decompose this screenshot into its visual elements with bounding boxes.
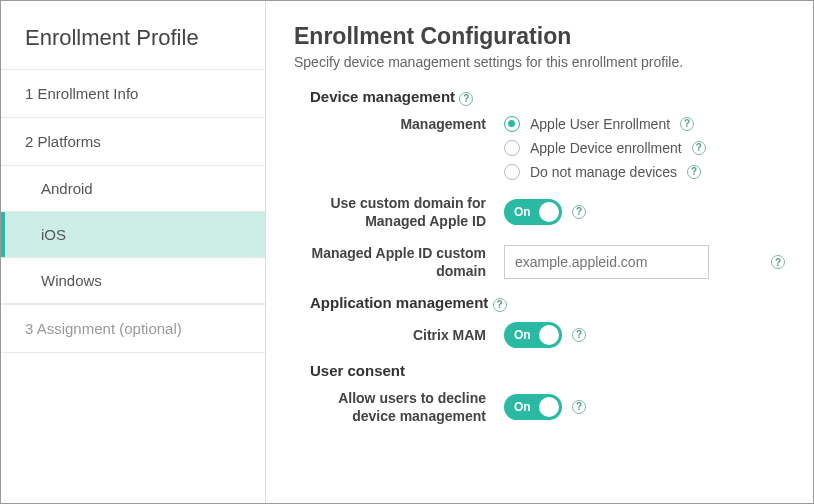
- sidebar-item-ios[interactable]: iOS: [1, 212, 265, 258]
- section-label: User consent: [310, 362, 405, 379]
- toggle-on-label: On: [504, 328, 531, 342]
- help-icon[interactable]: [692, 141, 706, 155]
- sidebar-title: Enrollment Profile: [1, 1, 265, 69]
- toggle-knob-icon: [539, 202, 559, 222]
- nav-platforms[interactable]: 2 Platforms: [1, 118, 265, 166]
- decline-mgmt-toggle[interactable]: On: [504, 394, 562, 420]
- radio-label: Apple User Enrollment: [530, 116, 670, 132]
- toggle-on-label: On: [504, 400, 531, 414]
- page-title: Enrollment Configuration: [294, 23, 785, 50]
- radio-icon: [504, 164, 520, 180]
- custom-domain-field-label: Managed Apple ID custom domain: [294, 244, 504, 280]
- management-radio-group: Apple User Enrollment Apple Device enrol…: [504, 116, 706, 180]
- citrix-mam-label: Citrix MAM: [294, 327, 504, 343]
- help-icon[interactable]: [572, 400, 586, 414]
- nav-assignment[interactable]: 3 Assignment (optional): [1, 304, 265, 353]
- custom-domain-toggle[interactable]: On: [504, 199, 562, 225]
- help-icon[interactable]: [493, 298, 507, 312]
- radio-icon: [504, 116, 520, 132]
- sidebar-item-windows[interactable]: Windows: [1, 258, 265, 304]
- radio-apple-user-enrollment[interactable]: Apple User Enrollment: [504, 116, 706, 132]
- radio-apple-device-enrollment[interactable]: Apple Device enrollment: [504, 140, 706, 156]
- nav-enrollment-info[interactable]: 1 Enrollment Info: [1, 69, 265, 118]
- citrix-mam-toggle[interactable]: On: [504, 322, 562, 348]
- app-container: Enrollment Profile 1 Enrollment Info 2 P…: [0, 0, 814, 504]
- section-label: Application management: [310, 294, 488, 311]
- custom-domain-toggle-label: Use custom domain for Managed Apple ID: [294, 194, 504, 230]
- help-icon[interactable]: [687, 165, 701, 179]
- radio-icon: [504, 140, 520, 156]
- toggle-on-label: On: [504, 205, 531, 219]
- help-icon[interactable]: [572, 328, 586, 342]
- help-icon[interactable]: [771, 255, 785, 269]
- managed-apple-id-domain-input[interactable]: [504, 245, 709, 279]
- page-subtitle: Specify device management settings for t…: [294, 54, 785, 70]
- toggle-knob-icon: [539, 397, 559, 417]
- section-device-management: Device management: [294, 88, 785, 106]
- radio-label: Do not manage devices: [530, 164, 677, 180]
- main-panel: Enrollment Configuration Specify device …: [266, 1, 813, 503]
- help-icon[interactable]: [459, 92, 473, 106]
- radio-label: Apple Device enrollment: [530, 140, 682, 156]
- toggle-knob-icon: [539, 325, 559, 345]
- management-label: Management: [294, 116, 504, 132]
- decline-mgmt-label: Allow users to decline device management: [294, 389, 504, 425]
- section-application-management: Application management: [294, 294, 785, 312]
- help-icon[interactable]: [680, 117, 694, 131]
- sidebar: Enrollment Profile 1 Enrollment Info 2 P…: [1, 1, 266, 503]
- help-icon[interactable]: [572, 205, 586, 219]
- section-user-consent: User consent: [294, 362, 785, 379]
- radio-do-not-manage[interactable]: Do not manage devices: [504, 164, 706, 180]
- section-label: Device management: [310, 88, 455, 105]
- sidebar-item-android[interactable]: Android: [1, 166, 265, 212]
